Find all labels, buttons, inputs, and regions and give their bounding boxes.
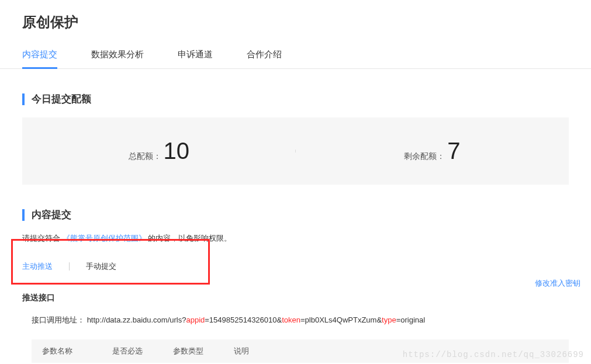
quota-remain-value: 7 xyxy=(447,138,460,164)
watermark: https://blog.csdn.net/qq_33026699 xyxy=(403,350,584,359)
tab-data-analysis[interactable]: 数据效果分析 xyxy=(91,49,144,68)
section-submit: 内容提交 xyxy=(22,208,591,221)
quota-total-value: 10 xyxy=(164,138,190,164)
quota-remain-label: 剩余配额： xyxy=(404,151,445,162)
tab-content-submit[interactable]: 内容提交 xyxy=(22,49,57,68)
param-col-desc: 说明 xyxy=(234,346,249,356)
api-key-appid: appid xyxy=(186,316,205,324)
section-quota: 今日提交配额 xyxy=(22,92,591,106)
submit-desc-prefix: 请提交符合 xyxy=(22,234,60,242)
push-api-title: 推送接口 xyxy=(22,293,591,303)
api-key-type: type xyxy=(382,316,396,324)
mode-separator xyxy=(69,262,70,271)
api-val-appid: =1549852514326010& xyxy=(205,316,282,324)
param-col-required: 是否必选 xyxy=(112,346,150,356)
tab-appeal[interactable]: 申诉通道 xyxy=(178,49,213,68)
param-col-type: 参数类型 xyxy=(173,346,210,356)
quota-box: 总配额： 10 剩余配额： 7 xyxy=(22,117,569,185)
quota-total: 总配额： 10 xyxy=(22,138,296,164)
api-key-token: token xyxy=(282,316,300,324)
api-url-row: 接口调用地址： http://data.zz.baidu.com/urls?ap… xyxy=(32,315,591,325)
quota-total-label: 总配额： xyxy=(129,151,161,162)
quota-remain: 剩余配额： 7 xyxy=(296,138,569,164)
submit-mode-manual[interactable]: 手动提交 xyxy=(86,261,116,272)
api-val-type: =original xyxy=(396,316,426,324)
main-tabs: 内容提交 数据效果分析 申诉通道 合作介绍 xyxy=(0,32,591,69)
scope-link[interactable]: 《熊掌号原创保护范围》 xyxy=(63,234,146,242)
submit-mode-auto[interactable]: 主动推送 xyxy=(22,261,53,272)
submit-desc-suffix: 的内容，以免影响权限。 xyxy=(148,234,231,242)
section-quota-title: 今日提交配额 xyxy=(32,92,91,106)
api-val-token: =plb0XLs4QwPTxZum& xyxy=(300,316,382,324)
api-url-label: 接口调用地址： xyxy=(32,316,85,324)
param-col-name: 参数名称 xyxy=(42,346,89,356)
page-title: 原创保护 xyxy=(0,0,591,32)
section-submit-title: 内容提交 xyxy=(32,208,71,221)
tab-cooperation[interactable]: 合作介绍 xyxy=(247,49,282,68)
submit-description: 请提交符合 《熊掌号原创保护范围》 的内容，以免影响权限。 xyxy=(22,233,591,244)
modify-key-link[interactable]: 修改准入密钥 xyxy=(535,278,580,289)
submit-mode-row: 主动推送 手动提交 xyxy=(22,261,591,272)
api-url-prefix: http://data.zz.baidu.com/urls? xyxy=(87,316,186,324)
